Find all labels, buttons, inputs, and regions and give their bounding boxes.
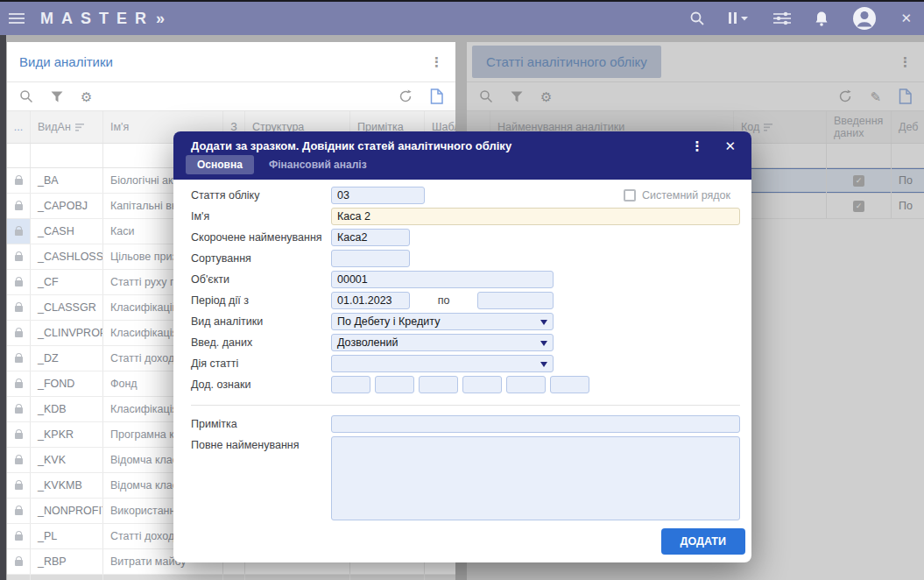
cell-vidan: _PL xyxy=(31,524,103,548)
pause-dropdown-icon[interactable] xyxy=(729,12,750,25)
left-edge-strip xyxy=(0,35,6,580)
lock-icon xyxy=(15,280,23,286)
cell-name: Податки xyxy=(103,575,223,580)
row-lock-cell xyxy=(7,422,31,447)
extra-flag-input[interactable] xyxy=(550,376,589,393)
dialog-menu-icon[interactable]: ⋮ xyxy=(690,139,703,152)
cell-vidan: _DZ xyxy=(31,346,103,371)
cell-vidan: _NONPROFIT xyxy=(31,499,103,523)
left-table-row[interactable]: _TAXESПодатки3XX.XX xyxy=(7,575,455,580)
topbar: MASTER» ✕ xyxy=(0,0,924,35)
column-header-vidan[interactable]: ВидАн xyxy=(31,111,103,143)
cell-vidan: _CLINVPROP xyxy=(31,321,103,345)
cell-vidan: _CLASSGR xyxy=(31,295,103,320)
extra-flag-input[interactable] xyxy=(506,376,546,393)
extra-flag-input[interactable] xyxy=(462,376,502,393)
dropdown-caret-icon xyxy=(540,362,547,367)
hamburger-menu-icon[interactable] xyxy=(9,13,26,24)
period-from-input[interactable] xyxy=(331,292,410,309)
corner-cell: ... xyxy=(7,111,31,143)
row-lock-cell xyxy=(7,575,31,580)
close-app-icon[interactable]: ✕ xyxy=(900,11,912,26)
system-row-checkbox-group[interactable]: Системний рядок xyxy=(624,189,730,202)
cell-structure: XX.XX xyxy=(245,575,350,580)
extra-flag-input[interactable] xyxy=(331,376,370,393)
dialog-close-icon[interactable]: ✕ xyxy=(724,139,736,152)
row-lock-cell xyxy=(7,346,31,371)
dropdown-caret-icon xyxy=(540,341,547,346)
cell-vidan: _CASH xyxy=(31,219,103,244)
name-input[interactable] xyxy=(331,208,740,225)
short-name-input[interactable] xyxy=(331,229,410,246)
cell-vidan: _BA xyxy=(31,168,103,193)
lock-icon xyxy=(15,509,23,515)
objects-input[interactable] xyxy=(331,271,554,288)
full-name-textarea[interactable] xyxy=(331,436,740,520)
lock-icon xyxy=(15,306,23,312)
data-entry-select[interactable]: Дозволений xyxy=(331,334,554,351)
lock-icon xyxy=(15,560,23,566)
field-label-data-entry: Введ. даних xyxy=(191,336,331,349)
sort-input[interactable] xyxy=(331,250,410,267)
extra-flag-input[interactable] xyxy=(419,376,458,393)
tab-main[interactable]: Основна xyxy=(186,155,254,174)
row-lock-cell xyxy=(7,448,31,472)
article-action-select[interactable] xyxy=(331,355,554,372)
extra-flag-input[interactable] xyxy=(375,376,414,393)
lock-icon xyxy=(15,230,23,236)
avatar[interactable] xyxy=(852,6,877,31)
cell-vidan: _KVKMB xyxy=(31,473,103,498)
filter-icon[interactable] xyxy=(51,91,63,103)
add-by-sample-dialog: Додати за зразком. Довідник статей аналі… xyxy=(173,131,751,562)
gear-icon[interactable]: ⚙ xyxy=(81,90,92,103)
dialog-title: Додати за зразком. Довідник статей аналі… xyxy=(191,139,511,152)
dialog-body: Стаття обліку Системний рядок Ім'я Скоро… xyxy=(173,180,751,562)
search-icon[interactable] xyxy=(689,11,705,26)
cell-vidan: _TAXES xyxy=(31,575,103,580)
lock-icon xyxy=(15,407,23,414)
row-lock-cell xyxy=(7,270,31,294)
row-lock-cell xyxy=(7,295,31,320)
row-lock-cell xyxy=(7,244,31,269)
article-input[interactable] xyxy=(331,187,425,204)
new-document-icon[interactable] xyxy=(430,88,443,104)
cell-vidan: _CF xyxy=(31,270,103,294)
panel-menu-icon[interactable]: ⋮ xyxy=(430,55,443,68)
tune-icon[interactable] xyxy=(773,11,791,25)
row-lock-cell xyxy=(7,371,31,396)
section-divider xyxy=(191,405,740,406)
refresh-icon[interactable] xyxy=(399,89,413,103)
tab-financial-analysis[interactable]: Фінансовий аналіз xyxy=(257,155,378,174)
row-lock-cell xyxy=(7,194,31,218)
lock-icon xyxy=(15,255,23,261)
analytics-kind-select[interactable]: По Дебету і Кредиту xyxy=(331,313,554,330)
row-lock-cell xyxy=(7,499,31,523)
period-to-input[interactable] xyxy=(477,292,554,309)
row-lock-cell xyxy=(7,168,31,193)
lock-icon xyxy=(15,179,23,185)
lock-icon xyxy=(15,204,23,210)
lock-icon xyxy=(15,357,23,363)
field-label-period: Період дії з xyxy=(191,294,331,307)
row-lock-cell xyxy=(7,219,31,244)
lock-icon xyxy=(15,458,23,464)
row-lock-cell xyxy=(7,321,31,345)
bell-icon[interactable] xyxy=(815,11,829,26)
cell-vidan: _KPKR xyxy=(31,422,103,447)
row-lock-cell xyxy=(7,524,31,548)
system-row-checkbox[interactable] xyxy=(624,189,636,202)
lock-icon xyxy=(15,534,23,541)
field-label-objects: Об'єкти xyxy=(191,273,331,286)
row-lock-cell xyxy=(7,473,31,498)
search-icon[interactable] xyxy=(19,89,33,103)
note-input[interactable] xyxy=(331,415,740,433)
cell-template xyxy=(425,575,455,580)
cell-vidan: _FOND xyxy=(31,371,103,396)
sort-icon xyxy=(75,124,85,131)
field-label-short-name: Скорочене найменування xyxy=(191,231,331,244)
dialog-header: Додати за зразком. Довідник статей аналі… xyxy=(173,131,751,180)
period-to-label: по xyxy=(410,294,477,307)
lock-icon xyxy=(15,484,23,490)
field-label-sort: Сортування xyxy=(191,252,331,265)
add-button[interactable]: ДОДАТИ xyxy=(661,528,745,555)
